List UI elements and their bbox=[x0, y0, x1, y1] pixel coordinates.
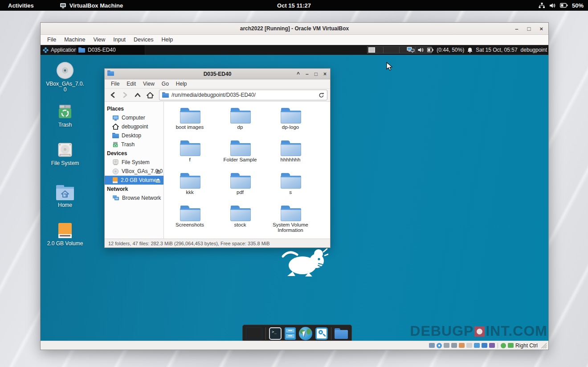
workspace-2[interactable] bbox=[383, 46, 400, 54]
sidebar-item-computer[interactable]: Computer bbox=[105, 113, 163, 122]
mouse-integration-icon[interactable] bbox=[501, 343, 506, 348]
minimize-icon[interactable]: – bbox=[515, 25, 518, 32]
menu-view[interactable]: View bbox=[139, 81, 158, 87]
menu-devices[interactable]: Devices bbox=[130, 37, 157, 43]
debugpoint-watermark: DEBUGPINT.COM bbox=[409, 322, 547, 340]
hard-disks-icon[interactable] bbox=[429, 343, 435, 348]
menu-edit[interactable]: Edit bbox=[123, 81, 139, 87]
home-button[interactable] bbox=[145, 90, 155, 100]
refresh-icon[interactable] bbox=[318, 92, 324, 98]
virtualbox-window: arch2022 [Running] - Oracle VM VirtualBo… bbox=[40, 22, 549, 350]
workspace-1[interactable] bbox=[367, 46, 384, 54]
optical-disc-icon bbox=[56, 61, 74, 80]
file-manager-icon[interactable] bbox=[285, 327, 296, 340]
sidebar-item-browse-network[interactable]: Browse Network bbox=[105, 194, 163, 202]
sidebar-item-desktop[interactable]: Desktop bbox=[105, 131, 163, 140]
volume-icon[interactable] bbox=[549, 3, 556, 8]
folder-item[interactable]: boot images bbox=[165, 107, 215, 139]
host-clock[interactable]: Oct 15 11:27 bbox=[277, 2, 311, 9]
user-indicator[interactable]: debugpoint bbox=[521, 47, 547, 53]
host-key-label: Right Ctrl bbox=[515, 342, 538, 349]
close-icon[interactable]: × bbox=[323, 71, 327, 77]
display-network-icon[interactable] bbox=[407, 47, 415, 53]
path-bar[interactable]: /run/media/debugpoint/D035-ED40/ bbox=[159, 90, 327, 100]
folder-item[interactable]: dp bbox=[215, 107, 265, 139]
taskbar-window-button[interactable]: D035-ED40 bbox=[76, 45, 145, 55]
dock-folder-icon[interactable] bbox=[335, 328, 348, 339]
forward-button[interactable] bbox=[120, 90, 131, 100]
maximize-icon[interactable]: □ bbox=[527, 25, 531, 32]
menu-help[interactable]: Help bbox=[172, 81, 191, 87]
menu-help[interactable]: Help bbox=[158, 37, 177, 43]
network-icon[interactable] bbox=[539, 3, 545, 8]
focused-app-menu[interactable]: VirtualBox Machine bbox=[60, 2, 123, 9]
minimize-icon[interactable]: – bbox=[306, 71, 309, 77]
menu-go[interactable]: Go bbox=[158, 81, 172, 87]
guest-clock[interactable]: Sat 15 Oct, 05:57 bbox=[476, 47, 517, 53]
sidebar-item-trash[interactable]: Trash bbox=[105, 140, 163, 149]
desktop-icon-volume[interactable]: 2.0 GB Volume bbox=[46, 222, 84, 247]
volume-icon[interactable] bbox=[418, 47, 424, 53]
optical-disc-icon bbox=[112, 168, 119, 175]
sidebar-item-file-system[interactable]: File System bbox=[105, 158, 163, 167]
desktop-icon-vbox-gas[interactable]: VBox_GAs_7.0.0 bbox=[46, 61, 84, 93]
battery-icon[interactable] bbox=[427, 47, 433, 53]
up-button[interactable] bbox=[132, 90, 143, 100]
menu-machine[interactable]: Machine bbox=[60, 37, 89, 43]
path-text[interactable]: /run/media/debugpoint/D035-ED40/ bbox=[172, 92, 316, 98]
xfce-mouse-logo bbox=[281, 247, 328, 277]
sidebar-item-debugpoint[interactable]: debugpoint bbox=[105, 122, 163, 131]
battery-status-text[interactable]: (0:44, 50%) bbox=[437, 47, 464, 53]
folder-item[interactable]: hhhhhhh bbox=[265, 140, 316, 172]
show-desktop-icon[interactable] bbox=[246, 327, 262, 340]
back-button[interactable] bbox=[107, 90, 118, 100]
folder-item[interactable]: System Volume Information bbox=[265, 205, 316, 237]
battery-icon[interactable] bbox=[560, 3, 568, 8]
menu-view[interactable]: View bbox=[89, 37, 109, 43]
host-top-bar: Activities VirtualBox Machine Oct 15 11:… bbox=[0, 0, 588, 11]
web-browser-icon[interactable] bbox=[299, 327, 312, 340]
display-icon[interactable] bbox=[474, 343, 480, 348]
sidebar-item-volume-selected[interactable]: 2.0 GB Volume bbox=[105, 176, 163, 185]
shared-folders-icon[interactable] bbox=[466, 343, 472, 348]
optical-drives-icon[interactable] bbox=[437, 343, 442, 348]
network-icon[interactable] bbox=[451, 343, 457, 348]
resize-grip[interactable] bbox=[541, 343, 547, 348]
folder-item[interactable]: f bbox=[165, 140, 215, 172]
video-capture-icon[interactable] bbox=[482, 343, 487, 348]
file-manager-title-bar[interactable]: D035-ED40 ^ – □ × bbox=[105, 69, 330, 79]
activities-button[interactable]: Activities bbox=[8, 2, 34, 9]
folder-item[interactable]: s bbox=[265, 172, 316, 204]
audio-icon[interactable] bbox=[444, 343, 449, 348]
folder-item[interactable]: pdf bbox=[215, 172, 265, 204]
desktop-icon-file-system[interactable]: File System bbox=[46, 140, 84, 166]
folder-item[interactable]: kkk bbox=[165, 172, 215, 204]
folder-item[interactable]: Screenshots bbox=[165, 205, 215, 237]
host-key-capture-icon[interactable] bbox=[508, 343, 514, 348]
eject-icon[interactable] bbox=[156, 178, 160, 182]
network-icon bbox=[112, 195, 119, 201]
menu-input[interactable]: Input bbox=[109, 37, 130, 43]
virtualbox-title-bar[interactable]: arch2022 [Running] - Oracle VM VirtualBo… bbox=[41, 23, 548, 35]
menu-file[interactable]: File bbox=[107, 81, 123, 87]
file-manager-sidebar: Places Computer debugpoint bbox=[105, 102, 164, 239]
folder-item[interactable]: Folder Sample bbox=[215, 140, 265, 172]
file-list-view[interactable]: boot images dp dp-logo f Folder Sample h… bbox=[164, 102, 330, 239]
eject-icon[interactable] bbox=[156, 169, 160, 173]
virtualbox-app-icon bbox=[60, 3, 66, 8]
sidebar-item-vbox-gas[interactable]: VBox_GAs_7.0.0 bbox=[105, 167, 163, 176]
menu-file[interactable]: File bbox=[43, 37, 60, 43]
terminal-icon[interactable]: >_ bbox=[269, 327, 282, 340]
shade-icon[interactable]: ^ bbox=[297, 71, 300, 77]
features-icon[interactable] bbox=[489, 343, 495, 348]
app-finder-icon[interactable] bbox=[315, 327, 328, 340]
desktop-icon-trash[interactable]: Trash bbox=[46, 102, 84, 128]
folder-item[interactable]: stock bbox=[215, 205, 265, 237]
close-icon[interactable]: × bbox=[539, 25, 543, 32]
maximize-icon[interactable]: □ bbox=[314, 71, 318, 77]
desktop-icon-home[interactable]: Home bbox=[46, 184, 84, 208]
notification-bell-icon[interactable] bbox=[467, 47, 473, 53]
folder-item[interactable]: dp-logo bbox=[265, 107, 316, 139]
file-manager-title: D035-ED40 bbox=[204, 71, 232, 77]
usb-icon[interactable] bbox=[459, 343, 465, 348]
